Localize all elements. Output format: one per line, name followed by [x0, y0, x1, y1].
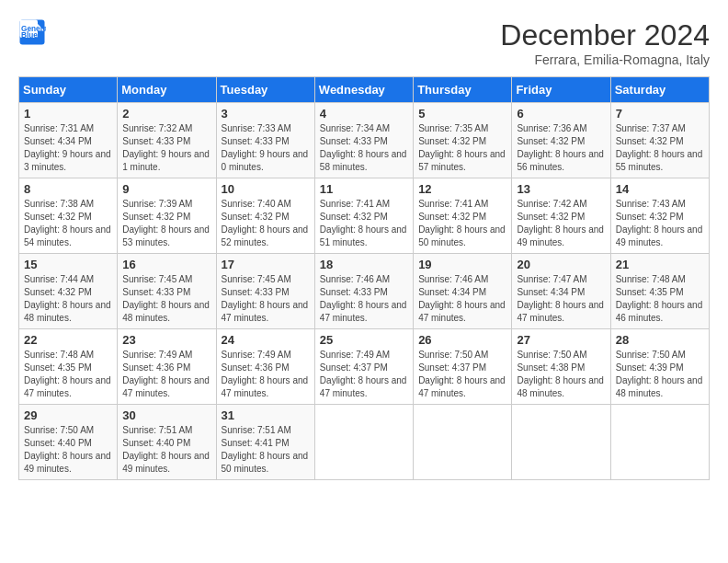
week-row-4: 22 Sunrise: 7:48 AMSunset: 4:35 PMDaylig… — [19, 329, 710, 405]
day-cell-9: 9 Sunrise: 7:39 AMSunset: 4:32 PMDayligh… — [118, 178, 216, 254]
logo-icon: General Blue — [18, 18, 46, 46]
day-cell-16: 16 Sunrise: 7:45 AMSunset: 4:33 PMDaylig… — [118, 254, 216, 329]
day-cell-8: 8 Sunrise: 7:38 AMSunset: 4:32 PMDayligh… — [19, 178, 118, 254]
empty-cell-2 — [414, 405, 512, 480]
empty-cell-4 — [610, 405, 709, 480]
day-cell-22: 22 Sunrise: 7:48 AMSunset: 4:35 PMDaylig… — [19, 329, 118, 405]
day-cell-27: 27 Sunrise: 7:50 AMSunset: 4:38 PMDaylig… — [512, 329, 610, 405]
location: Ferrara, Emilia-Romagna, Italy — [500, 52, 710, 67]
svg-text:Blue: Blue — [21, 31, 38, 40]
month-title: December 2024 — [500, 18, 710, 52]
empty-cell-3 — [512, 405, 610, 480]
day-cell-6: 6 Sunrise: 7:36 AMSunset: 4:32 PMDayligh… — [512, 103, 610, 178]
day-cell-11: 11 Sunrise: 7:41 AMSunset: 4:32 PMDaylig… — [314, 178, 413, 254]
day-cell-7: 7 Sunrise: 7:37 AMSunset: 4:32 PMDayligh… — [610, 103, 709, 178]
logo: General Blue — [18, 18, 46, 46]
day-cell-13: 13 Sunrise: 7:42 AMSunset: 4:32 PMDaylig… — [512, 178, 610, 254]
week-row-3: 15 Sunrise: 7:44 AMSunset: 4:32 PMDaylig… — [19, 254, 710, 329]
week-row-5: 29 Sunrise: 7:50 AMSunset: 4:40 PMDaylig… — [19, 405, 710, 480]
header-sunday: Sunday — [19, 77, 118, 103]
day-cell-28: 28 Sunrise: 7:50 AMSunset: 4:39 PMDaylig… — [610, 329, 709, 405]
day-cell-30: 30 Sunrise: 7:51 AMSunset: 4:40 PMDaylig… — [118, 405, 216, 480]
header-wednesday: Wednesday — [314, 77, 413, 103]
day-cell-14: 14 Sunrise: 7:43 AMSunset: 4:32 PMDaylig… — [610, 178, 709, 254]
day-cell-20: 20 Sunrise: 7:47 AMSunset: 4:34 PMDaylig… — [512, 254, 610, 329]
day-cell-1: 1 Sunrise: 7:31 AMSunset: 4:34 PMDayligh… — [19, 103, 118, 178]
weekday-header-row: Sunday Monday Tuesday Wednesday Thursday… — [19, 77, 710, 103]
day-cell-15: 15 Sunrise: 7:44 AMSunset: 4:32 PMDaylig… — [19, 254, 118, 329]
day-cell-24: 24 Sunrise: 7:49 AMSunset: 4:36 PMDaylig… — [216, 329, 314, 405]
title-area: December 2024 Ferrara, Emilia-Romagna, I… — [500, 18, 710, 67]
day-cell-4: 4 Sunrise: 7:34 AMSunset: 4:33 PMDayligh… — [314, 103, 413, 178]
day-cell-19: 19 Sunrise: 7:46 AMSunset: 4:34 PMDaylig… — [414, 254, 512, 329]
empty-cell-1 — [314, 405, 413, 480]
header: General Blue December 2024 Ferrara, Emil… — [18, 18, 710, 67]
day-cell-10: 10 Sunrise: 7:40 AMSunset: 4:32 PMDaylig… — [216, 178, 314, 254]
calendar-table: Sunday Monday Tuesday Wednesday Thursday… — [18, 76, 710, 480]
header-thursday: Thursday — [414, 77, 512, 103]
header-friday: Friday — [512, 77, 610, 103]
day-cell-23: 23 Sunrise: 7:49 AMSunset: 4:36 PMDaylig… — [118, 329, 216, 405]
week-row-1: 1 Sunrise: 7:31 AMSunset: 4:34 PMDayligh… — [19, 103, 710, 178]
day-cell-3: 3 Sunrise: 7:33 AMSunset: 4:33 PMDayligh… — [216, 103, 314, 178]
day-cell-18: 18 Sunrise: 7:46 AMSunset: 4:33 PMDaylig… — [314, 254, 413, 329]
day-cell-12: 12 Sunrise: 7:41 AMSunset: 4:32 PMDaylig… — [414, 178, 512, 254]
day-cell-21: 21 Sunrise: 7:48 AMSunset: 4:35 PMDaylig… — [610, 254, 709, 329]
header-tuesday: Tuesday — [216, 77, 314, 103]
day-cell-5: 5 Sunrise: 7:35 AMSunset: 4:32 PMDayligh… — [414, 103, 512, 178]
day-cell-17: 17 Sunrise: 7:45 AMSunset: 4:33 PMDaylig… — [216, 254, 314, 329]
day-cell-31: 31 Sunrise: 7:51 AMSunset: 4:41 PMDaylig… — [216, 405, 314, 480]
header-monday: Monday — [118, 77, 216, 103]
day-cell-25: 25 Sunrise: 7:49 AMSunset: 4:37 PMDaylig… — [314, 329, 413, 405]
week-row-2: 8 Sunrise: 7:38 AMSunset: 4:32 PMDayligh… — [19, 178, 710, 254]
day-cell-26: 26 Sunrise: 7:50 AMSunset: 4:37 PMDaylig… — [414, 329, 512, 405]
day-cell-2: 2 Sunrise: 7:32 AMSunset: 4:33 PMDayligh… — [118, 103, 216, 178]
day-cell-29: 29 Sunrise: 7:50 AMSunset: 4:40 PMDaylig… — [19, 405, 118, 480]
header-saturday: Saturday — [610, 77, 709, 103]
